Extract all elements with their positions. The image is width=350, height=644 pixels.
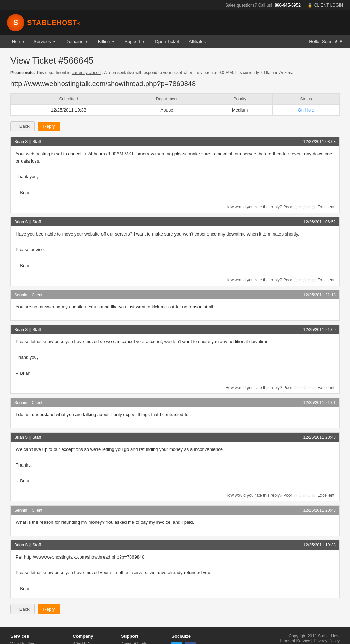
reply-header: Brian S || Staff 12/25/2011 20:48 (11, 433, 339, 442)
footer-link-account-login2[interactable]: Account Login (121, 642, 150, 644)
reply-block: Sennin || Client 12/25/2011 21:01 I do n… (10, 398, 340, 428)
reply-rating: How would you rate this reply? Poor ☆☆☆☆… (11, 275, 339, 286)
back-button-top[interactable]: « Back (10, 121, 35, 131)
rating-excellent: Excellent (317, 205, 334, 209)
logo-text: STABLEHOST® (27, 19, 81, 27)
facebook-icon[interactable]: f (185, 642, 196, 644)
client-login-link[interactable]: 🔒 CLIENT LOGIN (308, 3, 343, 8)
reply-author: Brian S || Staff (14, 327, 41, 332)
stars-icon[interactable]: ☆☆☆☆☆ (293, 204, 316, 210)
footer-right: Copyright 2011 Stable Host Terms of Serv… (279, 634, 340, 643)
nav-left: Home Services ▼ Domains ▼ Billing ▼ Supp… (7, 35, 211, 48)
sales-text: Sales questions? Call us! 866-945-6952 (225, 3, 301, 8)
ticket-url: http://www.webhostingtalk.com/showthread… (10, 80, 340, 88)
col-submitted: Submitted (11, 94, 127, 105)
twitter-icon[interactable]: t (171, 642, 182, 644)
reply-block: Brian S || Staff 12/25/2011 20:48 We can… (10, 432, 340, 501)
nav-services[interactable]: Services ▼ (29, 35, 61, 48)
currently-closed-link[interactable]: currently closed (72, 70, 101, 75)
rating-text: How would you rate this reply? Poor (225, 385, 292, 390)
reply-body: You are not answering my question. You s… (11, 299, 339, 320)
nav-support[interactable]: Support ▼ (120, 35, 150, 48)
reply-date: 12/25/2011 20:48 (303, 435, 336, 440)
terms-link[interactable]: Terms of Service (279, 638, 310, 643)
reply-rating: How would you rate this reply? Poor ☆☆☆☆… (11, 202, 339, 213)
rating-text: How would you rate this reply? Poor (225, 493, 292, 498)
footer-columns: Services Web Hosting Reseller Hosting Vi… (10, 634, 196, 644)
reply-header: Sennin || Client 12/25/2011 20:43 (11, 506, 339, 515)
reply-author: Brian S || Staff (14, 139, 41, 144)
ticket-submitted: 12/25/2011 19:33 (11, 105, 127, 116)
reply-date: 12/25/2011 19:33 (303, 543, 336, 547)
footer-bottom-row: Services Web Hosting Reseller Hosting Vi… (10, 634, 340, 644)
reply-header: Brian S || Staff 12/25/2011 21:09 (11, 325, 339, 334)
reply-author: Sennin || Client (14, 292, 42, 297)
reply-button-bottom[interactable]: Reply (38, 604, 60, 614)
stars-icon[interactable]: ☆☆☆☆☆ (293, 493, 316, 498)
reply-block: Brian S || Staff 12/26/2011 06:52 Have y… (10, 217, 340, 286)
nav-billing[interactable]: Billing ▼ (93, 35, 120, 48)
rating-excellent: Excellent (317, 493, 334, 498)
rating-excellent: Excellent (317, 385, 334, 390)
reply-date: 12/25/2011 21:13 (303, 292, 336, 297)
reply-rating: How would you rate this reply? Poor ☆☆☆☆… (11, 490, 339, 501)
ticket-info-table: Submitted Department Priority Status 12/… (10, 93, 340, 116)
reply-body: Per http://www.webhostingtalk.com/showth… (11, 550, 339, 598)
user-arrow: ▼ (339, 39, 343, 44)
reply-author: Brian S || Staff (14, 435, 41, 440)
domains-arrow: ▼ (85, 40, 88, 43)
stars-icon[interactable]: ☆☆☆☆☆ (293, 277, 316, 283)
footer-socialize: Socialize t f (171, 634, 196, 644)
site-footer: Services Web Hosting Reseller Hosting Vi… (0, 627, 350, 644)
reply-date: 12/25/2011 21:01 (303, 400, 336, 405)
rating-text: How would you rate this reply? Poor (225, 278, 292, 282)
phone-number: 866-945-6952 (275, 3, 301, 8)
footer-support: Support Account Login Support Center Sub… (121, 634, 150, 644)
reply-block: Brian S || Staff 12/25/2011 21:09 Please… (10, 325, 340, 394)
col-priority: Priority (207, 94, 272, 105)
content-area: View Ticket #566645 Please note: This de… (0, 48, 350, 627)
nav-domains[interactable]: Domains ▼ (60, 35, 93, 48)
nav-home[interactable]: Home (7, 35, 29, 48)
ticket-info-row: 12/25/2011 19:33 Abuse Medium On Hold (11, 105, 340, 116)
nav-open-ticket[interactable]: Open Ticket (150, 35, 184, 48)
top-bar: Sales questions? Call us! 866-945-6952 🔒… (0, 0, 350, 10)
footer-company-heading: Company (73, 634, 100, 639)
back-button-bottom[interactable]: « Back (10, 604, 35, 614)
reply-author: Brian S || Staff (14, 220, 41, 224)
privacy-link[interactable]: Privacy Policy (314, 638, 340, 643)
reply-author: Sennin || Client (14, 400, 42, 405)
replies-container: Brian S || Staff 12/27/2011 08:03 Your w… (10, 137, 340, 598)
reply-date: 12/25/2011 20:43 (303, 508, 336, 513)
reply-body: Have you been able to move your website … (11, 226, 339, 275)
billing-arrow: ▼ (111, 40, 115, 43)
reply-date: 12/25/2011 21:09 (303, 327, 336, 332)
reply-header: Brian S || Staff 12/26/2011 06:52 (11, 217, 339, 226)
reply-body: We can't live up to our exceptions so we… (11, 442, 339, 490)
reply-block: Brian S || Staff 12/27/2011 08:03 Your w… (10, 137, 340, 213)
nav-affiliates[interactable]: Affiliates (184, 35, 211, 48)
main-nav: Home Services ▼ Domains ▼ Billing ▼ Supp… (0, 35, 350, 48)
site-header: S STABLEHOST® (0, 10, 350, 35)
stars-icon[interactable]: ☆☆☆☆☆ (293, 385, 316, 390)
reply-body: What is the reason for refunding my mone… (11, 515, 339, 536)
footer-services-heading: Services (10, 634, 52, 639)
reply-block: Sennin || Client 12/25/2011 20:43 What i… (10, 505, 340, 536)
footer-link-web-hosting[interactable]: Web Hosting (10, 642, 52, 644)
reply-header: Sennin || Client 12/25/2011 21:01 (11, 398, 339, 407)
footer-legal-links: Terms of Service | Privacy Policy (279, 638, 340, 643)
page-title: View Ticket #566645 (10, 55, 340, 66)
reply-rating: How would you rate this reply? Poor ☆☆☆☆… (11, 383, 339, 393)
top-btn-group: « Back Reply (10, 121, 340, 131)
services-arrow: ▼ (52, 40, 56, 43)
nav-user-greeting[interactable]: Hello, Sennin! ▼ (309, 39, 343, 44)
footer-link-why-us[interactable]: Why Us? (73, 642, 100, 644)
reply-button-top[interactable]: Reply (38, 122, 60, 131)
lock-icon: 🔒 (308, 3, 312, 8)
bottom-btn-group: « Back Reply (10, 604, 340, 614)
reply-header: Sennin || Client 12/25/2011 21:13 (11, 290, 339, 299)
logo-icon: S (7, 14, 24, 31)
reply-header: Brian S || Staff 12/27/2011 08:03 (11, 137, 339, 146)
reply-block: Sennin || Client 12/25/2011 21:13 You ar… (10, 290, 340, 321)
logo[interactable]: S STABLEHOST® (7, 14, 81, 31)
